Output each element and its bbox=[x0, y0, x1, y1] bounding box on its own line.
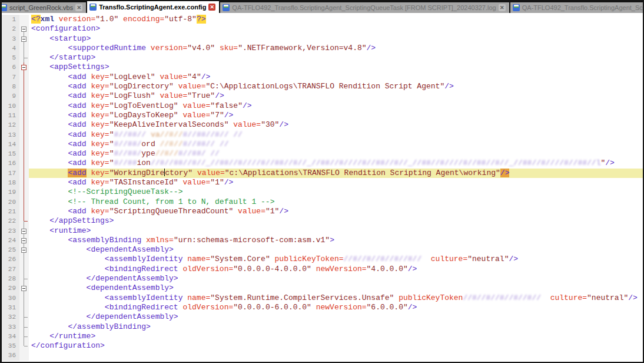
code-line-28[interactable]: 28 </dependentAssembly> bbox=[2, 274, 643, 283]
code-text[interactable]: <dependentAssembly> bbox=[29, 283, 643, 293]
code-line-9[interactable]: 9 <add key="LogFlush" value="True"/> bbox=[2, 91, 643, 101]
code-line-35[interactable]: 35</configuration> bbox=[2, 341, 643, 351]
fold-collapse-icon[interactable] bbox=[19, 34, 29, 44]
code-line-33[interactable]: 33 </assemblyBinding> bbox=[2, 322, 643, 332]
code-line-5[interactable]: 5 </startup> bbox=[2, 53, 643, 62]
code-text[interactable]: </assemblyBinding> bbox=[29, 322, 643, 332]
code-text[interactable]: <add key="#//##// va//#//#//##//#// // bbox=[29, 130, 643, 140]
code-text[interactable]: <configuration> bbox=[29, 24, 643, 34]
code-text[interactable]: <add key="LogToEventLog" value="false"/> bbox=[29, 101, 643, 111]
code-text[interactable]: <bindingRedirect oldVersion="0.0.0.0-6.0… bbox=[29, 303, 643, 312]
code-text[interactable]: <add key="#//##/ord //#//#//##// // bbox=[29, 140, 643, 149]
code-text[interactable]: <!--ScriptingQueueTask--> bbox=[29, 187, 643, 197]
code-text[interactable]: <startup> bbox=[29, 34, 643, 44]
code-line-3[interactable]: 3 <startup> bbox=[2, 34, 643, 44]
code-text[interactable]: <add key="#//##ion//#//##//#//_//##//#//… bbox=[29, 159, 643, 168]
code-line-10[interactable]: 10 <add key="LogToEventLog" value="false… bbox=[2, 101, 643, 111]
fold-collapse-icon[interactable] bbox=[19, 226, 29, 236]
code-text[interactable]: <assemblyIdentity name="System.Runtime.C… bbox=[29, 293, 643, 303]
fold-margin bbox=[19, 111, 29, 120]
code-line-12[interactable]: 12 <add key="KeepAliveIntervalSeconds" v… bbox=[2, 120, 643, 130]
code-text[interactable]: <add key="TASInstanceId" value="1"/> bbox=[29, 178, 643, 187]
redacted-text: va bbox=[146, 130, 160, 139]
fold-collapse-icon[interactable] bbox=[19, 62, 29, 72]
code-text[interactable]: </appSettings> bbox=[29, 216, 643, 226]
code-text[interactable]: <add key="KeepAliveIntervalSeconds" valu… bbox=[29, 120, 643, 130]
code-line-29[interactable]: 29 <dependentAssembly> bbox=[2, 283, 643, 293]
code-text[interactable]: <add key="LogDaysToKeep" value="7"/> bbox=[29, 111, 643, 120]
code-text[interactable]: <!-- Thread Count, from 1 to N, default … bbox=[29, 197, 643, 207]
fold-collapse-icon[interactable] bbox=[19, 245, 29, 255]
code-line-2[interactable]: 2<configuration> bbox=[2, 24, 643, 34]
code-line-25[interactable]: 25 <dependentAssembly> bbox=[2, 245, 643, 255]
code-line-18[interactable]: 18 <add key="TASInstanceId" value="1"/> bbox=[2, 178, 643, 187]
code-line-36[interactable]: 36 bbox=[2, 351, 643, 360]
tab-script-greenrock-vbs[interactable]: script_GreenRock.vbs✕ bbox=[2, 2, 86, 13]
redacted-text: //#// bbox=[155, 149, 178, 158]
code-segment: <add bbox=[68, 91, 91, 100]
code-text[interactable]: <dependentAssembly> bbox=[29, 245, 643, 255]
code-text[interactable]: </configuration> bbox=[29, 341, 643, 351]
fold-collapse-icon[interactable] bbox=[19, 24, 29, 34]
code-line-22[interactable]: 22 </appSettings> bbox=[2, 216, 643, 226]
code-text[interactable]: <?xml version="1.0" encoding="utf-8"?> bbox=[29, 15, 643, 24]
code-text[interactable]: <add key="#//##/ype//#//#//##/ // bbox=[29, 149, 643, 159]
code-line-20[interactable]: 20 <!-- Thread Count, from 1 to N, defau… bbox=[2, 197, 643, 207]
text-editor[interactable]: 1<?xml version="1.0" encoding="utf-8"?>2… bbox=[2, 13, 643, 362]
code-text[interactable]: <assemblyBinding xmlns="urn:schemas-micr… bbox=[29, 236, 643, 245]
code-line-19[interactable]: 19 <!--ScriptingQueueTask--> bbox=[2, 187, 643, 197]
close-icon[interactable]: ✕ bbox=[208, 4, 215, 11]
code-segment: <assemblyIdentity bbox=[105, 293, 187, 302]
code-line-17[interactable]: 17 <add key="WorkingDirectory" value="c:… bbox=[2, 169, 643, 178]
fold-collapse-icon[interactable] bbox=[19, 283, 29, 293]
code-line-14[interactable]: 14 <add key="#//##/ord //#//#//##// // bbox=[2, 140, 643, 149]
code-line-8[interactable]: 8 <add key="LogDirectory" value="C:\Appl… bbox=[2, 82, 643, 91]
code-segment: = bbox=[105, 207, 109, 216]
fold-collapse-icon[interactable] bbox=[19, 236, 29, 245]
code-line-32[interactable]: 32 </dependentAssembly> bbox=[2, 312, 643, 322]
code-text[interactable]: <add key="LogFlush" value="True"/> bbox=[29, 91, 643, 101]
redacted-text: // bbox=[206, 149, 220, 158]
code-text[interactable]: </dependentAssembly> bbox=[29, 274, 643, 283]
tab-log-2[interactable]: QA-TFLO492_Transflo.ScriptingAgent_Scrip… bbox=[510, 2, 643, 13]
code-text[interactable]: <add key="ScriptingQueueThreadCount" val… bbox=[29, 207, 643, 216]
code-line-15[interactable]: 15 <add key="#//##/ype//#//#//##/ // bbox=[2, 149, 643, 159]
tab-log-from-script[interactable]: QA-TFLO492_Transflo.ScriptingAgent_Scrip… bbox=[220, 2, 509, 13]
fold-margin bbox=[19, 197, 29, 207]
code-segment bbox=[215, 44, 220, 52]
code-text[interactable]: <runtime> bbox=[29, 226, 643, 236]
code-text[interactable]: <add key="LogLevel" value="4"/> bbox=[29, 72, 643, 82]
code-line-1[interactable]: 1<?xml version="1.0" encoding="utf-8"?> bbox=[2, 15, 643, 24]
code-text[interactable]: <add key="WorkingDirectory" value="c:\Ap… bbox=[29, 169, 643, 178]
code-line-31[interactable]: 31 <bindingRedirect oldVersion="0.0.0.0-… bbox=[2, 303, 643, 312]
code-line-11[interactable]: 11 <add key="LogDaysToKeep" value="7"/> bbox=[2, 111, 643, 120]
code-segment: <appSettings> bbox=[31, 62, 109, 71]
tab-label: script_GreenRock.vbs bbox=[9, 4, 73, 11]
code-line-30[interactable]: 30 <assemblyIdentity name="System.Runtim… bbox=[2, 293, 643, 303]
code-text[interactable] bbox=[29, 351, 643, 360]
code-text[interactable]: <assemblyIdentity name="System.Core" pub… bbox=[29, 255, 643, 264]
code-text[interactable]: <supportedRuntime version="v4.0" sku=".N… bbox=[29, 44, 643, 53]
code-line-24[interactable]: 24 <assemblyBinding xmlns="urn:schemas-m… bbox=[2, 236, 643, 245]
code-line-6[interactable]: 6 <appSettings> bbox=[2, 62, 643, 72]
close-icon[interactable]: ✕ bbox=[499, 4, 506, 11]
code-text[interactable]: <bindingRedirect oldVersion="0.0.0.0-4.0… bbox=[29, 265, 643, 274]
code-line-7[interactable]: 7 <add key="LogLevel" value="4"/> bbox=[2, 72, 643, 82]
code-line-21[interactable]: 21 <add key="ScriptingQueueThreadCount" … bbox=[2, 207, 643, 216]
fold-margin bbox=[19, 207, 29, 216]
close-icon[interactable]: ✕ bbox=[75, 4, 82, 11]
code-line-16[interactable]: 16 <add key="#//##ion//#//##//#//_//##//… bbox=[2, 159, 643, 168]
code-text[interactable]: <appSettings> bbox=[29, 62, 643, 72]
tab-transflo-scriptingagent-config[interactable]: Transflo.ScriptingAgent.exe.config✕ bbox=[87, 1, 219, 13]
code-line-13[interactable]: 13 <add key="#//##// va//#//#//##//#// /… bbox=[2, 130, 643, 140]
code-text[interactable]: <add key="LogDirectory" value="C:\Applic… bbox=[29, 82, 643, 91]
code-line-34[interactable]: 34 </runtime> bbox=[2, 332, 643, 341]
code-text[interactable]: </startup> bbox=[29, 53, 643, 62]
code-line-26[interactable]: 26 <assemblyIdentity name="System.Core" … bbox=[2, 255, 643, 264]
code-line-23[interactable]: 23 <runtime> bbox=[2, 226, 643, 236]
code-text[interactable]: </runtime> bbox=[29, 332, 643, 341]
code-line-27[interactable]: 27 <bindingRedirect oldVersion="0.0.0.0-… bbox=[2, 265, 643, 274]
code-text[interactable]: </dependentAssembly> bbox=[29, 312, 643, 322]
code-line-4[interactable]: 4 <supportedRuntime version="v4.0" sku="… bbox=[2, 44, 643, 53]
code-segment: ".NETFramework,Version=v4.8" bbox=[238, 44, 366, 52]
